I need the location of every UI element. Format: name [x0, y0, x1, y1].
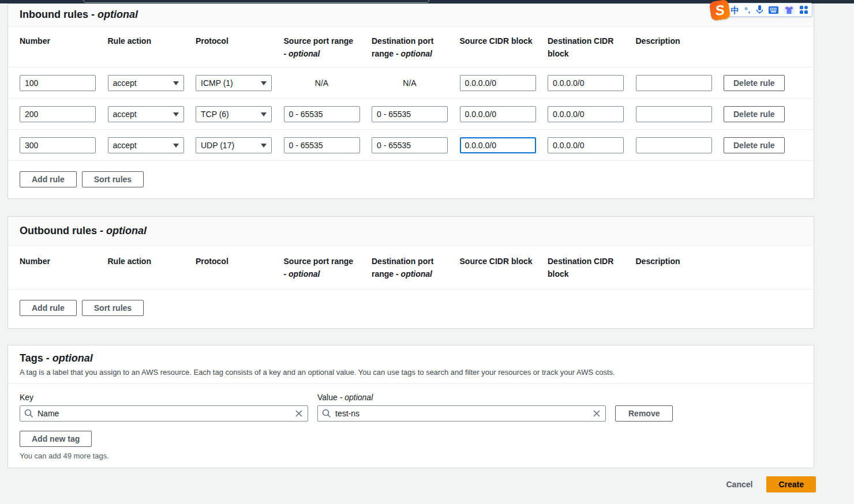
tags-remaining-hint: You can add 49 more tags.	[20, 452, 802, 469]
dest-port-input[interactable]	[372, 106, 448, 122]
rule-number-input[interactable]	[20, 75, 96, 91]
rule-action-select[interactable]: accept	[108, 75, 184, 91]
sort-rules-button[interactable]: Sort rules	[82, 300, 144, 316]
tags-header: Tags- optional A tag is a label that you…	[8, 345, 814, 383]
column-header-dest-port: Destination port range - optional	[372, 255, 460, 280]
footer-actions: Cancel Create	[726, 476, 816, 492]
chevron-down-icon	[261, 144, 267, 148]
outbound-rules-panel: Outbound rules- optional Number Rule act…	[8, 216, 814, 329]
chevron-down-icon	[261, 81, 267, 85]
search-icon	[322, 409, 331, 420]
tag-value-input[interactable]	[317, 405, 606, 422]
column-header-rule-action: Rule action	[108, 35, 196, 60]
rule-number-input[interactable]	[20, 137, 96, 153]
ime-toolbar[interactable]: 中 °,	[723, 3, 812, 17]
column-header-rule-action: Rule action	[108, 255, 196, 280]
inbound-rule-row: accept UDP (17) Delete rule	[8, 130, 814, 161]
inbound-actions: Add rule Sort rules	[8, 161, 814, 198]
sort-rules-button[interactable]: Sort rules	[82, 171, 144, 187]
description-input[interactable]	[636, 75, 712, 91]
column-header-source-port: Source port range - optional	[284, 255, 372, 280]
delete-rule-button[interactable]: Delete rule	[724, 137, 785, 153]
dest-cidr-input[interactable]	[548, 137, 624, 153]
delete-rule-button[interactable]: Delete rule	[724, 75, 785, 91]
toolbox-grid-icon[interactable]	[800, 6, 808, 14]
clear-value-icon[interactable]	[592, 409, 601, 420]
dest-port-na: N/A	[372, 78, 448, 88]
protocol-select[interactable]: TCP (6)	[196, 106, 272, 122]
rule-number-input[interactable]	[20, 106, 96, 122]
column-header-dest-port: Destination port range - optional	[372, 35, 460, 60]
cancel-button[interactable]: Cancel	[726, 480, 752, 489]
ime-language-toggle[interactable]: 中	[731, 6, 739, 14]
dest-cidr-input[interactable]	[548, 75, 624, 91]
outbound-column-headers: Number Rule action Protocol Source port …	[8, 246, 814, 289]
delete-rule-button[interactable]: Delete rule	[724, 106, 785, 122]
source-port-input[interactable]	[284, 137, 360, 153]
ime-punctuation-toggle[interactable]: °,	[744, 6, 751, 14]
tag-key-input[interactable]	[20, 405, 308, 422]
rule-action-select[interactable]: accept	[108, 137, 184, 153]
column-header-protocol: Protocol	[196, 35, 284, 60]
search-icon	[24, 409, 33, 420]
add-rule-button[interactable]: Add rule	[20, 300, 77, 316]
add-new-tag-button[interactable]: Add new tag	[20, 431, 92, 447]
dest-port-input[interactable]	[372, 137, 448, 153]
column-header-source-cidr: Source CIDR block	[460, 255, 548, 280]
address-bar-edge	[83, 0, 429, 3]
skin-icon[interactable]	[784, 6, 795, 14]
tag-value-column: Value - optional	[317, 393, 606, 422]
column-header-number: Number	[20, 35, 108, 60]
tag-value-label: Value - optional	[317, 393, 606, 402]
inbound-rule-row: accept TCP (6) Delete rule	[8, 99, 814, 130]
tags-panel: Tags- optional A tag is a label that you…	[8, 345, 814, 468]
column-header-protocol: Protocol	[196, 255, 284, 280]
tags-title: Tags- optional	[20, 352, 802, 364]
inbound-rules-header: Inbound rules- optional	[8, 4, 814, 27]
column-header-description: Description	[636, 255, 724, 280]
add-rule-button[interactable]: Add rule	[20, 171, 77, 187]
mic-icon[interactable]	[756, 5, 763, 14]
outbound-rules-title: Outbound rules- optional	[20, 225, 802, 237]
clear-key-icon[interactable]	[294, 409, 304, 420]
outbound-rules-header: Outbound rules- optional	[8, 217, 814, 246]
chevron-down-icon	[173, 112, 179, 116]
source-cidr-input[interactable]	[460, 106, 536, 122]
inbound-rules-panel: Inbound rules- optional Number Rule acti…	[8, 3, 814, 199]
tags-description: A tag is a label that you assign to an A…	[20, 368, 802, 377]
inbound-rules-title: Inbound rules- optional	[20, 9, 802, 21]
column-header-source-cidr: Source CIDR block	[460, 35, 548, 60]
tag-key-field	[20, 405, 308, 422]
description-input[interactable]	[636, 137, 712, 153]
rule-action-select[interactable]: accept	[108, 106, 184, 122]
column-header-dest-cidr: Destination CIDR block	[548, 255, 636, 280]
protocol-select[interactable]: UDP (17)	[196, 137, 272, 153]
keyboard-icon[interactable]	[769, 6, 778, 14]
chevron-down-icon	[261, 112, 267, 116]
column-header-number: Number	[20, 255, 108, 280]
source-cidr-input-focused[interactable]	[460, 137, 536, 153]
remove-tag-button[interactable]: Remove	[615, 405, 673, 422]
dest-cidr-input[interactable]	[548, 106, 624, 122]
inbound-column-headers: Number Rule action Protocol Source port …	[8, 27, 814, 67]
outbound-actions: Add rule Sort rules	[8, 289, 814, 326]
protocol-select[interactable]: ICMP (1)	[196, 75, 272, 91]
chevron-down-icon	[173, 81, 179, 85]
create-button[interactable]: Create	[766, 476, 816, 492]
chevron-down-icon	[173, 144, 179, 148]
source-cidr-input[interactable]	[460, 75, 536, 91]
column-header-description: Description	[636, 35, 724, 60]
tag-key-label: Key	[20, 393, 308, 402]
tag-key-column: Key	[20, 393, 308, 422]
description-input[interactable]	[636, 106, 712, 122]
tags-body: Key Value - optional	[8, 383, 814, 469]
source-port-na: N/A	[284, 78, 360, 88]
tag-value-field	[317, 405, 606, 422]
column-header-source-port: Source port range - optional	[284, 35, 372, 60]
inbound-rule-row: accept ICMP (1) N/A N/A Delete rule	[8, 67, 814, 99]
sogou-logo-icon[interactable]: S	[709, 0, 731, 21]
column-header-dest-cidr: Destination CIDR block	[548, 35, 636, 60]
source-port-input[interactable]	[284, 106, 360, 122]
